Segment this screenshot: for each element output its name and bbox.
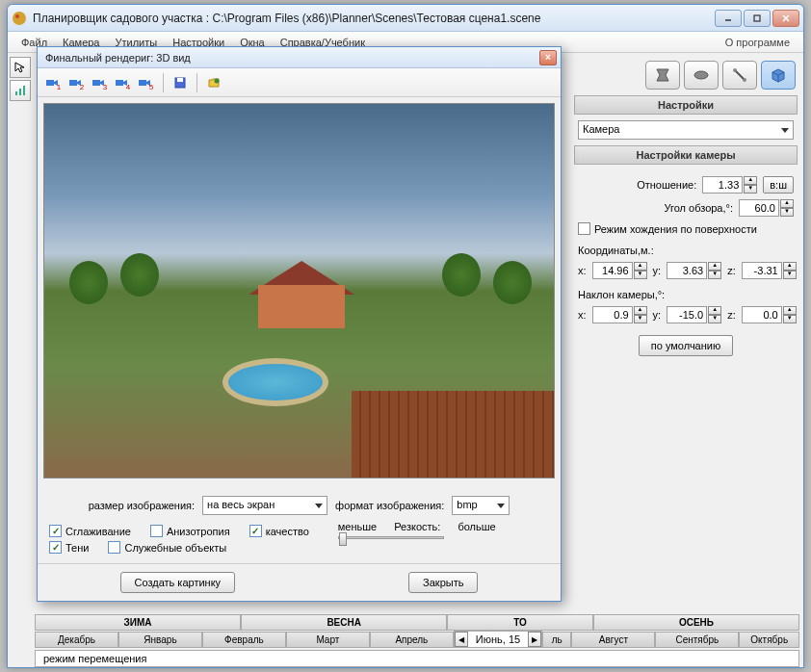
ratio-down[interactable]: ▼ [744, 185, 757, 194]
cy-up[interactable]: ▲ [708, 262, 721, 271]
ty-up[interactable]: ▲ [708, 306, 721, 315]
svg-rect-3 [754, 15, 760, 21]
cx-down[interactable]: ▼ [634, 271, 647, 279]
maximize-button[interactable] [744, 10, 771, 27]
window-title: Планировщик садового участка : C:\Progra… [33, 12, 715, 25]
coord-z-input[interactable] [742, 262, 782, 279]
tx-down[interactable]: ▼ [634, 315, 647, 323]
dialog-close-button[interactable]: × [539, 50, 557, 65]
slider-thumb[interactable] [339, 532, 347, 546]
tool-cube-icon[interactable] [761, 61, 796, 90]
month-jan[interactable]: Январь [118, 632, 202, 648]
svg-point-20 [215, 78, 220, 83]
season-autumn[interactable]: ОСЕНЬ [593, 614, 799, 631]
dialog-titlebar[interactable]: Финальный рендериг: 3D вид × [38, 47, 561, 68]
less-label: меньше [338, 521, 377, 532]
minimize-button[interactable] [715, 10, 742, 27]
menu-about[interactable]: О программе [718, 34, 798, 51]
sharpness-slider[interactable] [338, 536, 444, 539]
cz-down[interactable]: ▼ [783, 271, 797, 279]
season-winter[interactable]: ЗИМА [35, 614, 241, 631]
svg-point-9 [694, 71, 708, 79]
month-mar[interactable]: Март [286, 632, 370, 648]
svg-rect-6 [15, 91, 17, 95]
tx-up[interactable]: ▲ [634, 306, 647, 315]
dialog-controls: размер изображения: на весь экран формат… [38, 484, 561, 563]
pointer-tool[interactable] [10, 57, 31, 78]
date-prev[interactable]: ◀ [455, 632, 468, 647]
tool-1-icon[interactable] [645, 61, 680, 90]
month-oct[interactable]: Октябрь [739, 632, 799, 648]
tilt-y-input[interactable] [667, 306, 707, 323]
create-image-button[interactable]: Создать картинку [120, 572, 236, 593]
camera-3-icon[interactable]: 3 [90, 72, 111, 93]
right-panel: Настройки Камера Настройки камеры Отноше… [570, 57, 801, 360]
month-jul-partial[interactable]: ль [542, 632, 571, 648]
ratio-input[interactable] [702, 176, 743, 194]
svg-line-12 [736, 71, 744, 79]
ratio-mode-button[interactable]: в:ш [763, 176, 794, 194]
anisotropy-checkbox[interactable]: Анизотропия [150, 525, 230, 537]
camera-2-icon[interactable]: 2 [66, 72, 88, 93]
tz-up[interactable]: ▲ [783, 306, 797, 315]
date-next[interactable]: ▶ [528, 632, 541, 647]
default-button[interactable]: по умолчанию [639, 335, 733, 356]
folder-icon[interactable] [203, 72, 224, 93]
month-feb[interactable]: Февраль [202, 632, 286, 648]
y-label: y: [653, 265, 662, 276]
tz-down[interactable]: ▼ [783, 315, 797, 323]
fov-input[interactable] [739, 199, 779, 217]
shadows-checkbox[interactable]: ✓Тени [49, 541, 89, 554]
titlebar[interactable]: Планировщик садового участка : C:\Progra… [8, 5, 803, 32]
quality-label: качество [266, 526, 309, 537]
cx-up[interactable]: ▲ [634, 262, 647, 271]
svg-rect-19 [177, 78, 183, 82]
svg-rect-7 [19, 89, 21, 95]
season-spring[interactable]: ВЕСНА [241, 614, 447, 631]
chart-tool[interactable] [10, 80, 31, 101]
camera-settings-header: Настройки камеры [574, 145, 798, 165]
size-label: размер изображения: [89, 500, 195, 511]
cz-up[interactable]: ▲ [783, 262, 797, 271]
quality-checkbox[interactable]: ✓качество [249, 525, 309, 537]
close-button[interactable] [772, 10, 799, 27]
service-objects-checkbox[interactable]: Служебные объекты [108, 541, 226, 554]
month-aug[interactable]: Август [571, 632, 655, 648]
cy-down[interactable]: ▼ [708, 271, 721, 279]
size-combo[interactable]: на весь экран [202, 496, 327, 515]
format-combo[interactable]: bmp [452, 496, 510, 515]
rendered-fence [352, 391, 554, 478]
save-icon[interactable] [170, 72, 191, 93]
tilt-z-input[interactable] [742, 306, 782, 323]
dialog-title: Финальный рендериг: 3D вид [41, 52, 539, 64]
coords-label: Координаты,м.: [578, 245, 794, 256]
ty-down[interactable]: ▼ [708, 315, 721, 323]
antialiasing-checkbox[interactable]: ✓Сглаживание [49, 525, 131, 537]
rendered-house [258, 261, 345, 328]
camera-4-icon[interactable]: 4 [113, 72, 134, 93]
fov-up[interactable]: ▲ [780, 199, 794, 208]
tx-label: x: [578, 309, 587, 321]
panel-type-combo[interactable]: Камера [578, 120, 794, 140]
coord-x-input[interactable] [592, 262, 633, 279]
season-summer-partial[interactable]: ТО [447, 614, 593, 631]
svg-rect-16 [116, 80, 123, 86]
month-dec[interactable]: Декабрь [35, 632, 118, 648]
tilt-x-input[interactable] [592, 306, 633, 323]
sharpness-label: Резкость: [394, 521, 440, 532]
tool-2-icon[interactable] [684, 61, 719, 90]
settings-header: Настройки [574, 95, 798, 115]
format-value: bmp [457, 499, 477, 510]
fov-down[interactable]: ▼ [780, 208, 794, 217]
ratio-up[interactable]: ▲ [744, 176, 757, 185]
walk-mode-checkbox[interactable]: Режим хождения по поверхности [578, 222, 794, 235]
ratio-label: Отношение: [578, 179, 696, 191]
camera-5-icon[interactable]: 5 [136, 72, 157, 93]
service-objects-label: Служебные объекты [124, 542, 226, 554]
month-sep[interactable]: Сентябрь [655, 632, 739, 648]
close-dialog-button[interactable]: Закрыть [408, 572, 478, 593]
month-apr[interactable]: Апрель [370, 632, 454, 648]
camera-1-icon[interactable]: 1 [43, 72, 65, 93]
tool-3-icon[interactable] [722, 61, 757, 90]
coord-y-input[interactable] [667, 262, 707, 279]
